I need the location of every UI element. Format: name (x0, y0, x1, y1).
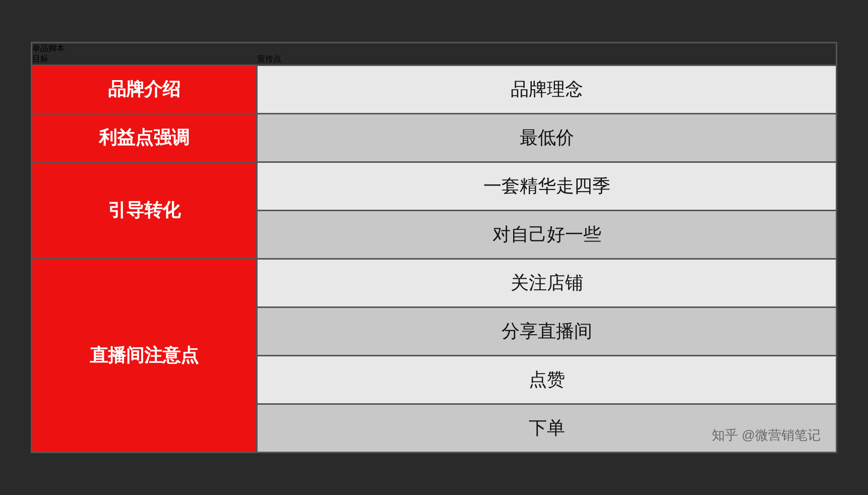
title-row: 单品脚本 (32, 43, 837, 54)
table-row: 品牌介绍 品牌理念 (32, 66, 837, 114)
left-cell-live: 直播间注意点 (32, 259, 257, 453)
header-row: 目标 宣传点 (32, 54, 837, 66)
right-cell-benefit: 最低价 (257, 114, 837, 162)
right-cell-live-3: 点赞 (257, 356, 837, 404)
watermark-text: 知乎 @微营销笔记 (712, 426, 821, 444)
header-col1: 目标 (32, 54, 257, 66)
cell-text-live-4: 下单 (529, 417, 565, 438)
right-cell-brand: 品牌理念 (257, 66, 837, 114)
right-cell-live-2: 分享直播间 (257, 307, 837, 356)
header-col2: 宣传点 (257, 54, 837, 66)
table-title: 单品脚本 (32, 43, 837, 54)
page-wrapper: 单品脚本 目标 宣传点 品牌介绍 品牌理念 利益点强调 最低价 引导转化 一套精… (0, 0, 868, 495)
right-cell-guide-2: 对自己好一些 (257, 211, 837, 259)
left-cell-benefit: 利益点强调 (32, 114, 257, 162)
table-row: 直播间注意点 关注店铺 (32, 259, 837, 307)
right-cell-live-4: 下单 知乎 @微营销笔记 (257, 404, 837, 453)
left-cell-brand: 品牌介绍 (32, 66, 257, 114)
table-row: 引导转化 一套精华走四季 (32, 162, 837, 211)
table-row: 利益点强调 最低价 (32, 114, 837, 162)
left-cell-guide: 引导转化 (32, 162, 257, 259)
main-table: 单品脚本 目标 宣传点 品牌介绍 品牌理念 利益点强调 最低价 引导转化 一套精… (31, 42, 837, 453)
right-cell-live-1: 关注店铺 (257, 259, 837, 307)
right-cell-guide-1: 一套精华走四季 (257, 162, 837, 211)
